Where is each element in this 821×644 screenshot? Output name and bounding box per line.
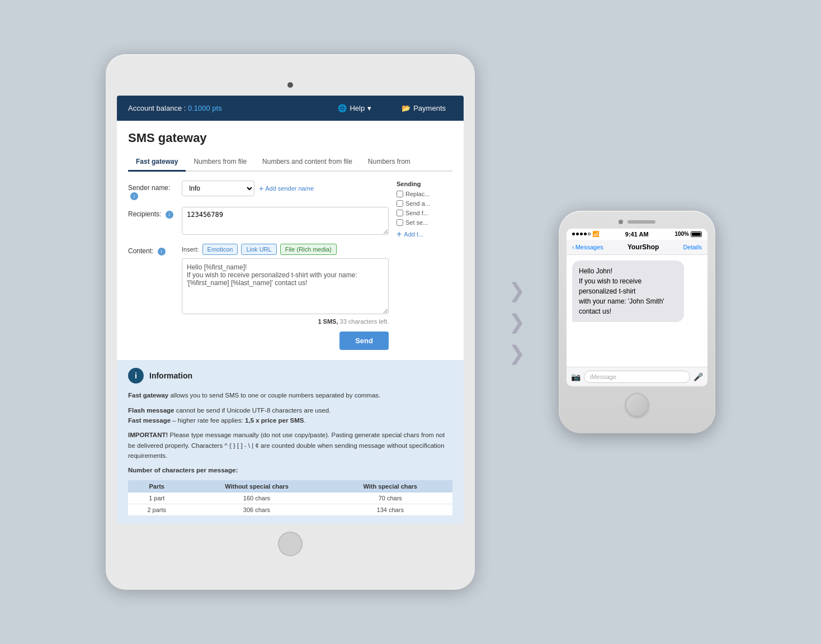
app-header: Account balance : 0.1000 pts 🌐 Help ▾ 📂 … <box>117 96 464 121</box>
table-header-no-special: Without special chars <box>185 480 328 493</box>
ios-status-right: 100% <box>674 231 702 237</box>
content-control: Insert: Emoticon Link URL File (Rich med… <box>182 244 389 325</box>
phone-home-button[interactable] <box>625 393 649 416</box>
dot5 <box>588 233 591 235</box>
info-circle-icon: i <box>128 368 144 383</box>
opt3-label: Send f... <box>405 210 428 216</box>
arrow-3: ❯ <box>508 343 525 363</box>
tab-numbers-content[interactable]: Numbers and content from file <box>254 153 360 171</box>
info-para2: Flash message cannot be send if Unicode … <box>128 405 452 426</box>
opt1-row: Replac... <box>397 191 452 197</box>
tab-numbers-from-file[interactable]: Numbers from file <box>186 153 254 171</box>
help-globe-icon: 🌐 <box>338 104 347 112</box>
sender-select[interactable]: Info <box>182 181 254 196</box>
tablet-camera <box>287 82 293 88</box>
recipients-label: Recipients: i <box>128 207 178 219</box>
insert-bar: Insert: Emoticon Link URL File (Rich med… <box>182 244 389 255</box>
dot3 <box>580 233 583 235</box>
phone-screen: 📶 9:41 AM 100% ‹ Messages YourShop Detai… <box>567 229 707 386</box>
details-button[interactable]: Details <box>683 244 702 250</box>
sender-label: Sender name: i <box>128 181 178 200</box>
char-count: 1 SMS, 33 characters left. <box>182 318 389 325</box>
insert-label: Insert: <box>182 246 199 253</box>
ios-status-bar: 📶 9:41 AM 100% <box>567 229 707 240</box>
arrow-2: ❯ <box>508 312 525 332</box>
tab-numbers-from[interactable]: Numbers from <box>360 153 418 171</box>
tabs: Fast gateway Numbers from file Numbers a… <box>128 153 452 172</box>
tab-fast-gateway[interactable]: Fast gateway <box>128 153 186 172</box>
add-time-label: Add t... <box>404 231 423 238</box>
back-button[interactable]: ‹ Messages <box>572 244 603 250</box>
ios-time: 9:41 AM <box>625 231 649 238</box>
back-chevron-icon: ‹ <box>572 244 574 250</box>
table-row: 2 parts 306 chars 134 chars <box>128 504 452 515</box>
row1-parts: 1 part <box>128 493 185 504</box>
phone: 📶 9:41 AM 100% ‹ Messages YourShop Detai… <box>559 211 715 433</box>
scene: Account balance : 0.1000 pts 🌐 Help ▾ 📂 … <box>106 54 715 590</box>
sender-control: Info + Add sender name <box>182 181 389 196</box>
opt3-checkbox[interactable] <box>397 210 403 216</box>
info-box-title: Information <box>149 371 192 380</box>
tablet: Account balance : 0.1000 pts 🌐 Help ▾ 📂 … <box>106 54 475 590</box>
ios-input-bar: 📷 iMessage 🎤 <box>567 367 707 386</box>
emoticon-button[interactable]: Emoticon <box>202 244 238 255</box>
info-para1: Fast gateway allows you to send SMS to o… <box>128 390 452 400</box>
opt1-label: Replac... <box>405 191 430 197</box>
content-label: Content: i <box>128 244 178 255</box>
payments-button[interactable]: 📂 Payments <box>395 101 452 115</box>
file-button[interactable]: File (Rich media) <box>280 244 337 255</box>
row1-no-special: 160 chars <box>185 493 328 504</box>
payments-icon: 📂 <box>402 104 410 112</box>
sender-info-icon[interactable]: i <box>130 192 138 200</box>
send-btn-wrap: Send <box>128 332 389 350</box>
row1-with-special: 70 chars <box>328 493 452 504</box>
message-bubble: Hello John! If you wish to receive perso… <box>572 261 684 322</box>
form-left: Sender name: i Info + Add sender name <box>128 181 389 350</box>
balance: Account balance : 0.1000 pts <box>128 104 314 112</box>
recipients-row: Recipients: i 123456789 <box>128 207 389 237</box>
help-button[interactable]: 🌐 Help ▾ <box>331 101 378 115</box>
content-row: Content: i Insert: Emoticon Link URL Fil… <box>128 244 389 325</box>
balance-amount: 0.1000 pts <box>188 104 222 112</box>
nav-title: YourShop <box>627 243 659 251</box>
balance-label: Account balance : <box>128 104 186 112</box>
content-info-icon[interactable]: i <box>158 248 166 255</box>
opt4-checkbox[interactable] <box>397 219 403 226</box>
phone-camera <box>619 220 623 224</box>
imessage-input[interactable]: iMessage <box>584 371 690 383</box>
battery-percent: 100% <box>674 231 689 237</box>
chars-left: 33 characters left. <box>340 318 389 325</box>
send-button[interactable]: Send <box>339 332 389 350</box>
opt2-row: Send a... <box>397 200 452 207</box>
info-box-header: i Information <box>128 368 452 383</box>
opt2-checkbox[interactable] <box>397 200 403 207</box>
app-title: SMS gateway <box>128 131 452 145</box>
content-textarea[interactable]: Hello [%first_name]! If you wish to rece… <box>182 258 389 314</box>
opt4-row: Set se... <box>397 219 452 226</box>
link-url-button[interactable]: Link URL <box>241 244 276 255</box>
battery-bar <box>691 231 702 237</box>
ios-nav-bar: ‹ Messages YourShop Details <box>567 240 707 255</box>
info-para3: IMPORTANT! Please type message manually … <box>128 430 452 461</box>
table-header-parts: Parts <box>128 480 185 493</box>
opt1-checkbox[interactable] <box>397 191 403 197</box>
add-sender-button[interactable]: + Add sender name <box>259 184 314 193</box>
phone-front-cam <box>567 220 707 224</box>
tablet-home-button[interactable] <box>278 532 303 556</box>
dot2 <box>576 233 579 235</box>
recipients-input[interactable]: 123456789 <box>182 207 389 235</box>
ios-status-left: 📶 <box>572 231 599 237</box>
info-chars-header: Number of characters per message: <box>128 465 452 475</box>
add-time-button[interactable]: + Add t... <box>397 229 452 239</box>
mic-icon: 🎤 <box>693 372 703 381</box>
ios-messages: Hello John! If you wish to receive perso… <box>567 255 707 367</box>
row2-with-special: 134 chars <box>328 504 452 515</box>
recipients-info-icon[interactable]: i <box>166 211 173 219</box>
back-label: Messages <box>575 244 603 250</box>
sender-row: Sender name: i Info + Add sender name <box>128 181 389 200</box>
dot4 <box>584 233 587 235</box>
form-section: Sender name: i Info + Add sender name <box>128 181 452 350</box>
info-box: i Information Fast gateway allows you to… <box>117 360 464 524</box>
chars-table: Parts Without special chars With special… <box>128 480 452 516</box>
opt3-row: Send f... <box>397 210 452 216</box>
